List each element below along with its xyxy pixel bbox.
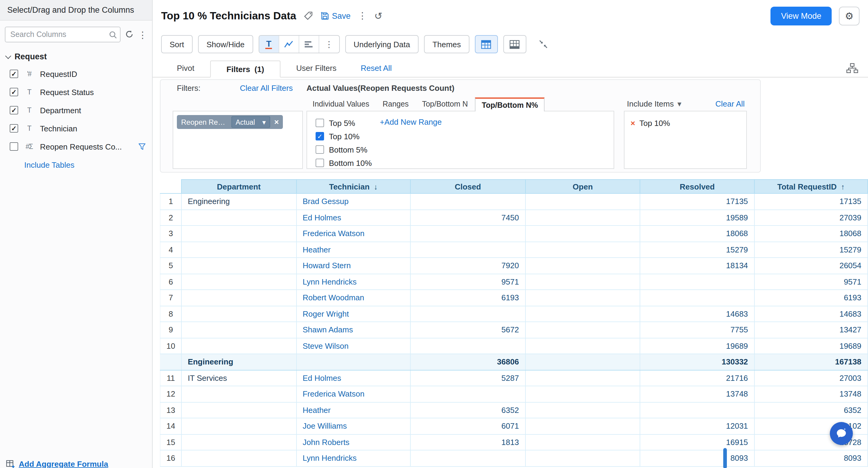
column-header[interactable]: Open xyxy=(525,179,640,194)
total-cell: 27003 xyxy=(754,370,868,386)
option-label: Top 5% xyxy=(329,119,355,128)
clear-all-link[interactable]: Clear All xyxy=(715,99,745,108)
field-label: Technician xyxy=(40,124,77,133)
technician-cell: Steve Wilson xyxy=(296,338,410,354)
table-row: 8Roger Wright1468314683 xyxy=(160,306,868,322)
row-number-cell: 11 xyxy=(160,370,181,386)
chat-fab-button[interactable] xyxy=(830,422,853,445)
include-items-dropdown[interactable]: Include Items ▾ xyxy=(627,99,681,108)
filter-subtab[interactable]: Top/Bottom N% xyxy=(475,98,545,111)
field-item[interactable]: ✓TDepartment xyxy=(0,101,152,119)
column-header[interactable]: Resolved xyxy=(640,179,754,194)
total-cell: 18068 xyxy=(754,226,868,241)
row-number-cell: 2 xyxy=(160,209,181,226)
include-tables-link[interactable]: Include Tables xyxy=(24,161,74,169)
option-checkbox[interactable] xyxy=(316,145,324,154)
underlying-data-button[interactable]: Underlying Data xyxy=(345,35,418,53)
field-checkbox[interactable]: ✓ xyxy=(10,88,18,96)
line-chart-icon xyxy=(284,40,293,48)
row-number-cell xyxy=(160,354,181,370)
clear-all-filters-link[interactable]: Clear All Filters xyxy=(240,83,293,93)
field-checkbox[interactable] xyxy=(10,142,18,151)
technician-cell: Frederica Watson xyxy=(296,226,410,241)
vertical-scrollbar-thumb[interactable] xyxy=(723,448,727,468)
save-button[interactable]: Save xyxy=(320,11,351,20)
refresh-icon[interactable] xyxy=(125,29,134,40)
line-chart-button[interactable] xyxy=(279,36,299,53)
field-item[interactable]: #ΣReopen Requests Co... xyxy=(0,137,152,156)
column-header[interactable]: Total RequestID↑ xyxy=(754,179,868,194)
more-options-kebab-icon[interactable]: ⋮ xyxy=(358,10,367,21)
field-checkbox[interactable]: ✓ xyxy=(10,124,18,133)
pivot-view-icon xyxy=(481,40,492,49)
technician-cell: Shawn Adams xyxy=(296,322,410,338)
tab-user-filters[interactable]: User Filters xyxy=(280,60,352,77)
field-item[interactable]: ✓TRequest Status xyxy=(0,83,152,101)
themes-button[interactable]: Themes xyxy=(424,35,469,53)
undo-icon[interactable]: ↺ xyxy=(374,10,382,22)
filter-subtab[interactable]: Individual Values xyxy=(307,98,375,111)
filter-funnel-icon[interactable] xyxy=(138,142,146,151)
filter-option[interactable]: ✓Top 10% xyxy=(316,130,614,143)
option-checkbox[interactable] xyxy=(316,159,324,167)
show-hide-button[interactable]: Show/Hide xyxy=(198,35,253,53)
reset-all-link[interactable]: Reset All xyxy=(361,60,392,77)
pivot-table: DepartmentTechnician↓ClosedOpenResolvedT… xyxy=(160,179,868,467)
technician-cell: Robert Woodman xyxy=(296,290,410,306)
table-node-request[interactable]: Request xyxy=(0,46,152,65)
filter-option[interactable]: Top 5% xyxy=(316,116,614,130)
settings-gear-icon[interactable]: ⚙ xyxy=(839,6,860,25)
text-format-button[interactable]: T xyxy=(259,36,279,53)
option-checkbox[interactable]: ✓ xyxy=(316,132,324,140)
hierarchy-icon[interactable] xyxy=(846,63,858,73)
total-cell: 19689 xyxy=(754,338,868,354)
more-views-kebab-icon[interactable]: ⋮ xyxy=(319,36,339,53)
filter-option[interactable]: Bottom 5% xyxy=(316,143,614,156)
department-cell xyxy=(181,402,296,418)
field-checkbox[interactable]: ✓ xyxy=(10,70,18,78)
remove-filter-icon[interactable]: × xyxy=(274,118,279,127)
closed-cell xyxy=(410,386,525,402)
department-cell xyxy=(181,274,296,290)
closed-cell xyxy=(410,306,525,322)
sidebar-kebab-icon[interactable]: ⋮ xyxy=(138,30,147,39)
sort-asc-icon[interactable]: ↑ xyxy=(841,182,845,191)
number-type-icon: '# xyxy=(24,70,34,77)
technician-cell: Brad Gessup xyxy=(296,194,410,209)
view-mode-button[interactable]: View Mode xyxy=(771,6,832,25)
add-aggregate-formula-link[interactable]: Add Aggregate Formula xyxy=(0,457,114,468)
tab-pivot[interactable]: Pivot xyxy=(161,60,210,77)
search-columns-input[interactable] xyxy=(5,27,121,42)
filter-chip[interactable]: Reopen Req... Actual ▾ × xyxy=(177,115,283,129)
field-item[interactable]: ✓TTechnician xyxy=(0,119,152,137)
option-label: Bottom 10% xyxy=(329,158,372,167)
resolved-cell: 13748 xyxy=(640,386,754,402)
filter-subtab[interactable]: Top/Bottom N xyxy=(416,98,474,111)
closed-cell xyxy=(410,450,525,466)
filter-mode-select[interactable]: Actual ▾ xyxy=(231,116,270,128)
total-cell: 167138 xyxy=(754,354,868,370)
sort-button[interactable]: Sort xyxy=(161,35,193,53)
resolved-cell xyxy=(640,402,754,418)
add-new-range-link[interactable]: +Add New Range xyxy=(380,118,442,127)
department-cell: Engineering xyxy=(181,354,296,370)
summary-view-button[interactable] xyxy=(503,35,526,53)
resolved-cell: 14683 xyxy=(640,306,754,322)
tag-icon[interactable] xyxy=(304,11,313,21)
open-cell xyxy=(525,434,640,450)
remove-item-icon[interactable]: × xyxy=(630,119,635,128)
filter-subtab[interactable]: Ranges xyxy=(376,98,414,111)
sort-desc-icon[interactable]: ↓ xyxy=(374,182,378,191)
field-checkbox[interactable]: ✓ xyxy=(10,106,18,114)
column-header[interactable]: Closed xyxy=(410,179,525,194)
option-checkbox[interactable] xyxy=(316,119,324,127)
field-item[interactable]: ✓'#RequestID xyxy=(0,65,152,83)
closed-cell xyxy=(410,194,525,209)
bar-chart-button[interactable] xyxy=(299,36,319,53)
tab-filters[interactable]: Filters (1) xyxy=(210,61,280,77)
column-header[interactable]: Technician↓ xyxy=(296,179,410,194)
pivot-view-button[interactable] xyxy=(475,35,498,53)
collapse-button[interactable] xyxy=(532,35,555,53)
column-header[interactable]: Department xyxy=(181,179,296,194)
filter-option[interactable]: Bottom 10% xyxy=(316,156,614,169)
